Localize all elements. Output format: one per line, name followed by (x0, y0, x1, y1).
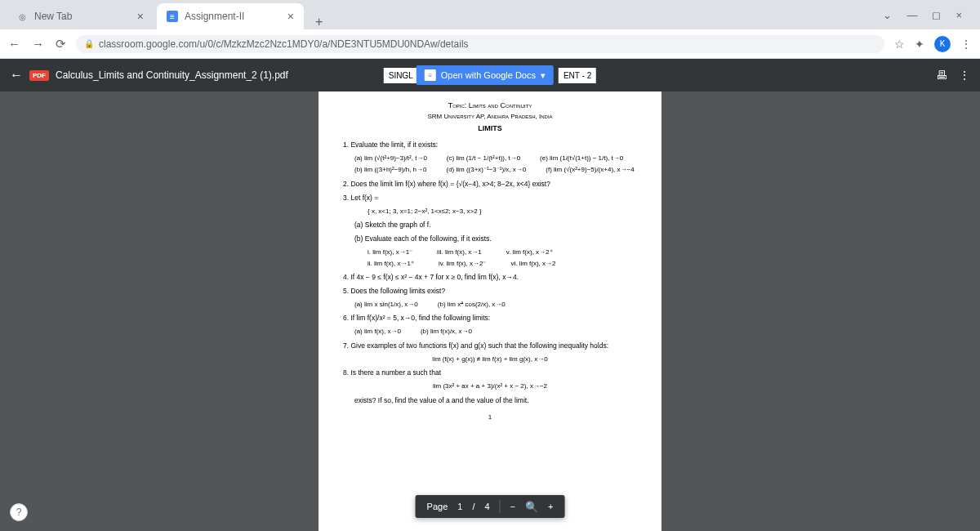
q1b: (b) lim ((3+h)²−9)/h, h→0 (354, 166, 426, 174)
q3iv: iv. lim f(x), x→2⁻ (439, 260, 487, 268)
question-5: 5. Does the following limits exist? (343, 287, 637, 296)
pdf-page: Topic: Limits and Continuity SRM Univers… (318, 91, 662, 531)
page-number: 1 (343, 413, 637, 422)
doc-fragment-left: SINGL (384, 68, 418, 83)
zoom-out-icon[interactable]: − (510, 502, 515, 511)
question-8: 8. Is there a number a such that (343, 368, 637, 377)
close-icon[interactable]: × (287, 10, 294, 23)
page-label: Page (427, 502, 448, 511)
doc-university: SRM University AP, Andhra Pradesh, India (343, 113, 637, 121)
open-with-group: SINGL ≡ Open with Google Docs ▾ ENT - 2 (384, 65, 596, 85)
page-sep: / (472, 502, 474, 511)
question-4: 4. If 4x − 9 ≤ f(x) ≤ x² − 4x + 7 for x … (343, 273, 637, 282)
back-arrow-icon[interactable]: ← (10, 68, 23, 83)
reload-icon[interactable]: ⟳ (56, 37, 66, 51)
pdf-page-controls: Page 1 / 4 − 🔍 + (416, 495, 565, 518)
doc-fragment-right: ENT - 2 (559, 68, 596, 83)
menu-icon[interactable]: ⋮ (960, 38, 972, 51)
zoom-plus-icon[interactable]: + (548, 502, 553, 511)
open-with-gdocs-button[interactable]: ≡ Open with Google Docs ▾ (416, 65, 554, 85)
browser-tab-strip: ◎ New Tab × ≡ Assignment-II × + ⌄ — ◻ × (0, 0, 980, 29)
q3v: v. lim f(x), x→2⁺ (506, 248, 553, 257)
q3a: (a) Sketch the graph of f. (354, 221, 637, 230)
url-text: classroom.google.com/u/0/c/MzkzMzc2Nzc1M… (99, 38, 469, 50)
q7-eq: lim (f(x) + g(x)) ≠ lim f(x) + lim g(x),… (343, 355, 637, 364)
q6b: (b) lim f(x)/x, x→0 (421, 328, 472, 336)
globe-icon: ◎ (16, 11, 28, 22)
back-icon[interactable]: ← (8, 37, 20, 51)
tab-label: New Tab (34, 11, 72, 22)
help-icon[interactable]: ? (10, 503, 28, 521)
q5b: (b) lim x⁴ cos(2/x), x→0 (438, 301, 506, 309)
q6a: (a) lim f(x), x→0 (354, 328, 401, 336)
q1f: (f) lim (√(x²+9)−5)/(x+4), x→−4 (546, 166, 634, 174)
url-input[interactable]: 🔒 classroom.google.com/u/0/c/MzkzMzc2Nzc… (76, 35, 884, 53)
separator (500, 500, 501, 513)
forward-icon[interactable]: → (32, 37, 44, 51)
pdf-toolbar: ← PDF Calculus_Limits and Continuity_Ass… (0, 59, 980, 91)
doc-topic: Topic: Limits and Continuity (343, 101, 637, 111)
q3iii: iii. lim f(x), x→1 (437, 248, 482, 257)
chevron-down-icon[interactable]: ⌄ (883, 9, 892, 21)
gdocs-label: Open with Google Docs (441, 70, 536, 80)
question-7: 7. Give examples of two functions f(x) a… (343, 341, 637, 350)
tab-label: Assignment-II (185, 11, 244, 22)
page-total: 4 (484, 502, 489, 511)
q3-piecewise: { x, x<1; 3, x=1; 2−x², 1<x≤2; x−3, x>2 … (368, 207, 637, 216)
address-bar: ← → ⟳ 🔒 classroom.google.com/u/0/c/MzkzM… (0, 29, 980, 59)
pdf-filename: Calculus_Limits and Continuity_Assignmen… (56, 69, 288, 81)
star-icon[interactable]: ☆ (894, 38, 905, 51)
question-1: 1. Evaluate the limit, if it exists: (343, 141, 637, 149)
profile-avatar[interactable]: K (934, 36, 951, 52)
pdf-badge-icon: PDF (29, 70, 49, 81)
extensions-icon[interactable]: ✦ (915, 38, 924, 51)
q8-eq: lim (3x² + ax + a + 3)/(x² + x − 2), x→−… (343, 382, 637, 390)
minimize-icon[interactable]: — (906, 9, 917, 21)
question-3: 3. Let f(x) = (343, 194, 637, 203)
gdocs-icon: ≡ (425, 69, 436, 81)
close-window-icon[interactable]: × (956, 9, 962, 21)
q3vi: vi. lim f(x), x→2 (510, 260, 555, 268)
page-current[interactable]: 1 (457, 502, 462, 511)
pdf-viewer[interactable]: Topic: Limits and Continuity SRM Univers… (0, 91, 980, 531)
doc-icon: ≡ (167, 11, 178, 22)
q3ii: ii. lim f(x), x→1⁺ (368, 260, 414, 268)
q3i: i. lim f(x), x→1⁻ (368, 248, 412, 257)
print-icon[interactable]: 🖶 (936, 69, 947, 82)
q5a: (a) lim x sin(1/x), x→0 (354, 301, 418, 309)
doc-section: LIMITS (343, 124, 637, 134)
maximize-icon[interactable]: ◻ (932, 9, 941, 21)
q3b: (b) Evaluate each of the following, if i… (354, 234, 637, 243)
new-tab-button[interactable]: + (307, 15, 331, 29)
close-icon[interactable]: × (137, 10, 144, 23)
tab-new[interactable]: ◎ New Tab × (7, 3, 154, 29)
zoom-in-icon[interactable]: 🔍 (525, 501, 538, 513)
tab-assignment[interactable]: ≡ Assignment-II × (157, 3, 304, 29)
q1a: (a) lim (√(t²+9)−3)/t², t→0 (354, 154, 427, 163)
q1d: (d) lim ((3+x)⁻¹−3⁻¹)/x, x→0 (446, 166, 526, 174)
window-controls: ⌄ — ◻ × (871, 9, 973, 21)
q1c: (c) lim (1/t − 1/(t²+t)), t→0 (447, 154, 520, 163)
question-2: 2. Does the limit lim f(x) where f(x) = … (343, 180, 637, 189)
chevron-down-icon: ▾ (541, 70, 546, 81)
q1e: (e) lim (1/(t√(1+t)) − 1/t), t→0 (540, 154, 623, 163)
q8-end: exists? If so, find the value of a and t… (354, 396, 637, 405)
lock-icon: 🔒 (84, 39, 94, 48)
more-icon[interactable]: ⋮ (959, 69, 970, 82)
question-6: 6. If lim f(x)/x² = 5, x→0, find the fol… (343, 314, 637, 323)
